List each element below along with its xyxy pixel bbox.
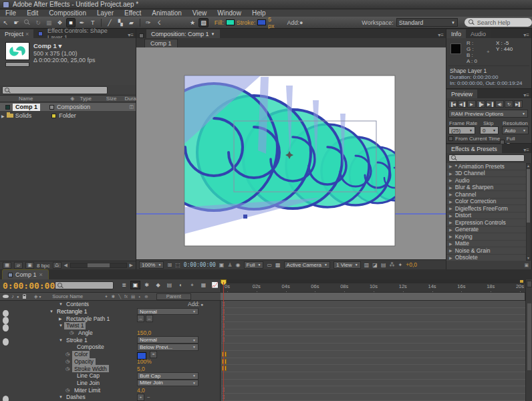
comp-marker-button[interactable]: [527, 281, 532, 287]
brainstorm-icon[interactable]: ⌖: [187, 281, 197, 289]
stroke-swatch[interactable]: [257, 19, 266, 25]
stopwatch-icon[interactable]: ◷: [70, 329, 74, 337]
twirl-icon[interactable]: ▼: [49, 308, 53, 315]
horizontal-scrollbar[interactable]: [70, 263, 127, 268]
direction-toggle-icon[interactable]: ↔: [146, 315, 153, 322]
panel-menu-icon[interactable]: ▾≡: [128, 32, 136, 38]
property-label[interactable]: Angle: [76, 329, 95, 337]
menu-item[interactable]: Animation: [146, 9, 186, 17]
scroll-left-icon[interactable]: ◀: [64, 263, 68, 268]
tab-info[interactable]: Info: [446, 29, 466, 38]
viewer-timecode[interactable]: 0:00:00:00: [184, 262, 216, 268]
graph-editor-icon[interactable]: 📈: [210, 281, 220, 289]
twirl-icon[interactable]: ▶: [449, 206, 452, 211]
row-rectangle-path1[interactable]: ▶ Rectangle Path 1 ↔ ↔: [0, 315, 220, 322]
twirl-icon[interactable]: ▶: [449, 199, 452, 204]
label-column-icon[interactable]: ◈: [34, 293, 38, 299]
keyframe-marker[interactable]: [222, 359, 227, 364]
switch-icon[interactable]: ✱: [112, 294, 115, 299]
switch-icon[interactable]: ╲: [118, 294, 121, 299]
tab-preview[interactable]: Preview: [446, 90, 477, 98]
row-rectangle1[interactable]: ▼ Rectangle 1 Normal▼: [0, 308, 220, 315]
audio-column-icon[interactable]: ♪: [11, 293, 14, 299]
ram-preview-options-dropdown[interactable]: RAM Preview Options▼: [448, 110, 528, 118]
category-label[interactable]: Expression Controls: [455, 219, 506, 226]
twirl-icon[interactable]: ▼: [59, 394, 63, 401]
blend-mode-dropdown[interactable]: Normal▼: [137, 336, 198, 344]
composite-dropdown[interactable]: Below Previ...▼: [137, 344, 198, 351]
property-value[interactable]: 4,0: [137, 386, 145, 394]
menu-item[interactable]: Layer: [92, 9, 119, 17]
flowchart-icon[interactable]: ⁂: [389, 262, 394, 268]
camera-tool-icon[interactable]: ▦: [44, 18, 53, 27]
row-dashes[interactable]: ▼ Dashes + −: [0, 394, 220, 401]
eye-icon[interactable]: [3, 396, 9, 401]
timeline-search-input[interactable]: [55, 281, 114, 289]
column-size[interactable]: Size: [106, 96, 117, 102]
new-composition-icon[interactable]: ▣: [25, 262, 34, 269]
delete-icon[interactable]: ♺: [53, 262, 61, 269]
transport-button[interactable]: ▐▶: [477, 100, 485, 108]
category-label[interactable]: Generate: [455, 226, 479, 233]
eraser-tool-icon[interactable]: ▰: [126, 18, 136, 27]
chevron-down-icon[interactable]: ▼: [211, 32, 215, 36]
tag-icon[interactable]: ◈: [70, 96, 74, 102]
effects-category-row[interactable]: ▶ Expression Controls: [446, 219, 526, 227]
twirl-icon[interactable]: ▼: [59, 322, 63, 329]
shape-layer-icon[interactable]: ▧: [198, 18, 209, 27]
twirl-icon[interactable]: ▶: [449, 220, 452, 225]
row-composite[interactable]: Composite Below Previ...▼: [0, 344, 220, 351]
menu-item[interactable]: File: [0, 9, 21, 17]
row-opacity[interactable]: ◷ Opacity 100%: [0, 358, 220, 366]
effects-category-row[interactable]: ▶ Noise & Grain: [446, 247, 526, 255]
lock-column-icon[interactable]: [23, 296, 26, 299]
auto-keyframe-icon[interactable]: ▦: [198, 281, 209, 289]
keyframe-marker[interactable]: [222, 366, 227, 371]
frame-rate-dropdown[interactable]: (25)▼: [448, 126, 475, 134]
label-swatch[interactable]: [49, 105, 54, 110]
star-shape-icon[interactable]: ★: [188, 18, 197, 27]
category-label[interactable]: * Animation Presets: [455, 163, 505, 170]
time-ruler[interactable]: 0s02s04s06s08s10s12s14s16s18s20s: [221, 283, 526, 292]
effects-search-input[interactable]: [448, 154, 525, 162]
timeline-timecode[interactable]: 0:00:00:00: [3, 281, 55, 291]
category-label[interactable]: Distort: [455, 212, 472, 219]
selection-tool-icon[interactable]: ↖: [1, 18, 10, 27]
switch-icon[interactable]: ✦: [104, 294, 108, 299]
stopwatch-icon[interactable]: ◷: [65, 386, 70, 394]
category-label[interactable]: Color Correction: [455, 198, 497, 205]
expression-icon[interactable]: =: [150, 351, 157, 358]
property-label[interactable]: Miter Limit: [72, 386, 102, 394]
project-row-solids[interactable]: ▶ Solids Folder: [0, 112, 136, 120]
pan-behind-tool-icon[interactable]: ❖: [55, 18, 64, 27]
stopwatch-icon[interactable]: ◷: [65, 365, 70, 372]
hand-tool-icon[interactable]: ☛: [11, 18, 21, 27]
row-stroke-width[interactable]: ◷ Stroke Width 5,0: [0, 365, 220, 372]
exposure-icon[interactable]: ✦: [398, 262, 402, 268]
parent-column[interactable]: Parent: [156, 293, 191, 300]
tab-project[interactable]: Project×: [0, 29, 33, 38]
add-icon[interactable]: ●: [201, 301, 203, 308]
add-icon[interactable]: ●: [299, 19, 303, 26]
effects-category-row[interactable]: ▶ Channel: [446, 191, 526, 198]
effects-category-row[interactable]: ▶ Obsolete: [446, 255, 526, 261]
search-help-input[interactable]: Search Help: [464, 18, 532, 27]
category-label[interactable]: 3D Channel: [455, 170, 485, 176]
column-type[interactable]: Type: [80, 96, 92, 102]
region-of-interest-icon[interactable]: ▭: [267, 262, 272, 268]
group-label[interactable]: Rectangle 1: [55, 308, 89, 315]
twirl-icon[interactable]: ▶: [59, 315, 62, 322]
effects-category-row[interactable]: ▶ Matte: [446, 241, 526, 248]
property-value[interactable]: 5,0: [137, 365, 145, 372]
row-twist1[interactable]: ▼ Twist 1: [0, 322, 220, 329]
category-label[interactable]: Keying: [455, 233, 473, 240]
frame-blend-icon[interactable]: ▤: [164, 281, 174, 289]
property-label[interactable]: Composite: [75, 344, 106, 351]
scroll-down-icon[interactable]: ▼: [527, 256, 530, 260]
menu-item[interactable]: View: [187, 9, 213, 17]
stopwatch-icon[interactable]: ◷: [65, 351, 70, 358]
solo-column-icon[interactable]: ●: [17, 295, 19, 299]
rotation-tool-icon[interactable]: ↻: [33, 18, 43, 27]
timeline-vertical-scrollbar[interactable]: [527, 303, 531, 370]
tab-composition[interactable]: Composition: Comp 1 ▼: [146, 29, 220, 38]
